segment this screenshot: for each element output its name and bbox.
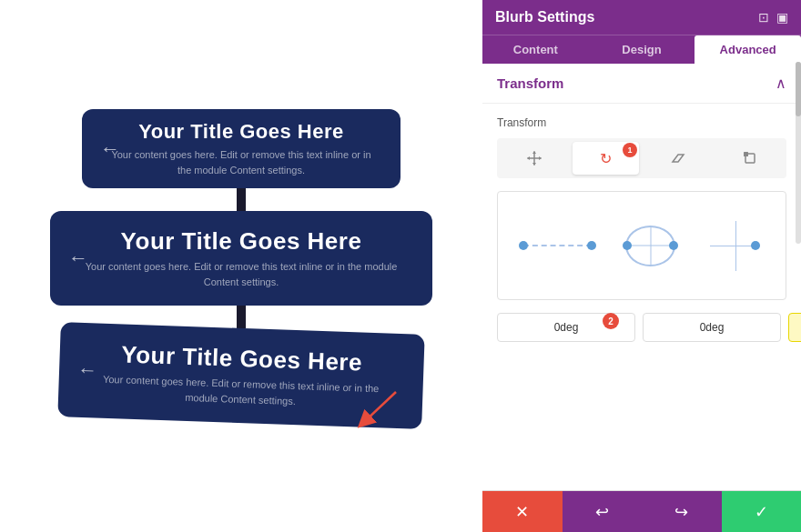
tool-rotate-button[interactable]: ↻ 1 xyxy=(573,142,639,175)
arrow-left-bottom: ← xyxy=(77,358,98,383)
section-toggle-transform[interactable]: ∧ xyxy=(776,75,786,92)
action-bar: ✕ ↩ ↪ ✓ xyxy=(482,490,801,532)
input-y-badge: 2 xyxy=(603,313,619,329)
sign-bottom-content: Your content goes here. Edit or remove t… xyxy=(86,371,396,412)
panel-content: Transform ∧ Transform ↻ 1 xyxy=(482,64,801,490)
sign-top-content: Your content goes here. Edit or remove t… xyxy=(104,147,379,177)
red-arrow-annotation xyxy=(350,387,405,437)
svg-line-0 xyxy=(364,392,396,422)
input-y[interactable] xyxy=(643,313,781,342)
settings-panel: Blurb Settings ⊡ ▣ Content Design Advanc… xyxy=(482,0,801,532)
post-middle xyxy=(237,306,246,328)
panel-tabs: Content Design Advanced xyxy=(482,35,801,64)
section-title-transform: Transform xyxy=(497,75,563,91)
panel-header-icons: ⊡ ▣ xyxy=(758,10,788,25)
post-top xyxy=(237,188,246,211)
tab-content[interactable]: Content xyxy=(482,35,589,64)
undo-button[interactable]: ↩ xyxy=(563,491,643,532)
translate-preview xyxy=(523,236,592,255)
scroll-track[interactable] xyxy=(796,62,801,244)
scale-preview xyxy=(710,221,760,271)
subsection-label-transform: Transform xyxy=(497,116,786,129)
redo-button[interactable]: ↪ xyxy=(642,491,722,532)
cancel-button[interactable]: ✕ xyxy=(482,491,563,532)
tool-scale-button[interactable] xyxy=(716,142,783,175)
svg-rect-2 xyxy=(744,152,748,156)
arrow-left-middle: ← xyxy=(68,246,88,270)
transform-tools-row: ↻ 1 xyxy=(497,138,786,178)
section-body-transform: Transform ↻ 1 xyxy=(482,104,801,326)
transform-inputs-row xyxy=(497,313,786,342)
confirm-button[interactable]: ✓ xyxy=(722,491,802,532)
section-header-transform[interactable]: Transform ∧ xyxy=(482,64,801,104)
tool-skew-button[interactable] xyxy=(644,142,711,175)
input-z[interactable] xyxy=(788,313,801,342)
arrow-left-top: ← xyxy=(100,137,120,161)
tab-design[interactable]: Design xyxy=(589,35,695,64)
panel-header: Blurb Settings ⊡ ▣ xyxy=(482,0,801,35)
tool-move-button[interactable] xyxy=(501,142,567,175)
scroll-thumb[interactable] xyxy=(796,62,801,116)
rotate-preview xyxy=(624,218,678,273)
tab-advanced[interactable]: Advanced xyxy=(695,35,801,64)
sign-top-title: Your Title Goes Here xyxy=(104,120,379,144)
sign-post-container: ← Your Title Goes Here Your content goes… xyxy=(50,109,432,423)
sidebar-icon[interactable]: ▣ xyxy=(776,10,788,25)
sign-top: ← Your Title Goes Here Your content goes… xyxy=(82,109,400,188)
sign-middle: ← Your Title Goes Here Your content goes… xyxy=(50,211,432,306)
sign-middle-title: Your Title Goes Here xyxy=(77,227,405,256)
panel-title: Blurb Settings xyxy=(495,9,594,25)
rotate-badge: 1 xyxy=(623,143,637,157)
preview-area: ← Your Title Goes Here Your content goes… xyxy=(0,0,482,532)
fullscreen-icon[interactable]: ⊡ xyxy=(758,10,769,25)
sign-middle-content: Your content goes here. Edit or remove t… xyxy=(77,259,405,289)
transform-preview-visual xyxy=(497,191,786,300)
